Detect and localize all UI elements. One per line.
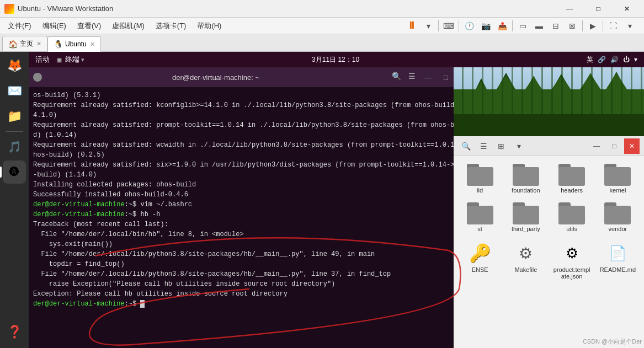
folder-icon-headers (558, 164, 585, 186)
file-label-ild: ild (477, 187, 483, 194)
term-line-0: os-build) (5.3.1) (33, 90, 471, 100)
dropdown-button[interactable]: ▾ (421, 19, 436, 33)
fm-list-view-btn[interactable]: ☰ (476, 138, 491, 154)
snapshot3-button[interactable]: 📤 (494, 19, 510, 33)
menu-help[interactable]: 帮助(H) (191, 19, 227, 33)
tab-home-close[interactable]: ✕ (36, 40, 41, 47)
dock-firefox[interactable]: 🦊 (3, 54, 26, 77)
folder-icon-foundation (513, 164, 539, 186)
file-item-st[interactable]: st (458, 199, 502, 235)
file-icon-product-template: ⚙ (560, 241, 584, 265)
terminal-menu-icon[interactable]: ☰ (405, 69, 418, 83)
activities-button[interactable]: 活动 (35, 55, 50, 65)
minimize-button[interactable]: — (557, 0, 582, 18)
fm-grid-view-btn[interactable]: ⊞ (493, 138, 509, 154)
send-keys-button[interactable]: ⌨ (441, 19, 456, 33)
term-line-14: File "/home/der/.local/lib/python3.8/sit… (33, 269, 471, 279)
term-line-3: Requirement already satisfied: wcwidth i… (33, 140, 471, 160)
fm-search-btn[interactable]: 🔍 (458, 138, 473, 154)
fullscreen-button[interactable]: ⛶ (605, 19, 621, 33)
vmware-titlebar: Ubuntu - VMware Workstation — □ ✕ (0, 0, 644, 18)
dock-music[interactable]: 🎵 (3, 135, 26, 158)
menu-edit[interactable]: 编辑(E) (37, 19, 72, 33)
file-manager: 🔍 ☰ ⊞ ▾ — □ ✕ (454, 67, 644, 348)
file-item-makefile[interactable]: ⚙ Makefile (504, 238, 547, 283)
menu-tab[interactable]: 选项卡(T) (150, 19, 192, 33)
file-item-readme[interactable]: 📄 README.md (596, 238, 640, 283)
main-area: 🦊 ✉️ 📁 🎵 🅐 ❓ 活动 ▣ 终端 ▾ 3月11日 12：10 英 🔗 🔊… (0, 52, 644, 348)
volume-icon[interactable]: 🔊 (610, 56, 619, 63)
terminal-app-label: ▣ 终端 ▾ (56, 55, 84, 65)
fm-minimize-btn[interactable]: — (589, 138, 604, 154)
view3-button[interactable]: ⊟ (548, 19, 563, 33)
svg-marker-7 (514, 77, 553, 105)
pause-button[interactable]: ⏸ (404, 19, 419, 33)
file-item-vendor[interactable]: vendor (596, 199, 640, 235)
fm-close-btn[interactable]: ✕ (624, 138, 640, 154)
dock-mail[interactable]: ✉️ (3, 79, 26, 103)
dock-help[interactable]: ❓ (3, 320, 26, 344)
toolbar-separator-5 (603, 20, 603, 31)
tab-ubuntu[interactable]: 🐧 Ubuntu ✕ (47, 36, 101, 52)
dropdown2-button[interactable]: ▾ (622, 19, 637, 33)
close-button[interactable]: ✕ (614, 0, 640, 18)
network-icon[interactable]: 🔗 (598, 56, 606, 63)
term-pin-btn[interactable] (33, 73, 42, 82)
file-label-ense: ENSE (472, 266, 488, 273)
file-icon-readme: 📄 (605, 241, 630, 265)
maximize-button[interactable]: □ (586, 0, 611, 18)
toolbar-separator-4 (582, 20, 583, 31)
snapshot-button[interactable]: 🕐 (461, 19, 477, 33)
terminal-maximize-btn[interactable]: □ (438, 69, 454, 85)
view4-button[interactable]: ⊠ (565, 19, 580, 33)
term-line-1: Requirement already satisfied: kconfigli… (33, 100, 471, 120)
dock-files[interactable]: 📁 (3, 105, 26, 128)
term-line-5: Installing collected packages: ohos-buil… (33, 180, 471, 190)
term-line-4: Requirement already satisfied: six>=1.9.… (33, 160, 471, 180)
term-line-15: raise Exception("Please call hb utilitie… (33, 279, 471, 289)
svg-marker-5 (487, 76, 525, 103)
file-label-readme: README.md (600, 266, 636, 273)
svg-marker-6 (520, 76, 547, 100)
terminal-minimize-btn[interactable]: — (421, 69, 436, 85)
fm-maximize-btn[interactable]: □ (606, 138, 622, 154)
svg-marker-13 (597, 73, 636, 103)
file-label-foundation: foundation (512, 187, 540, 194)
fm-menu-btn[interactable]: ▾ (511, 138, 526, 154)
svg-rect-14 (454, 114, 644, 136)
lang-indicator[interactable]: 英 (587, 55, 593, 65)
tab-ubuntu-close[interactable]: ✕ (90, 41, 95, 48)
file-item-headers[interactable]: headers (550, 160, 594, 197)
ubuntu-icon: 🐧 (54, 40, 63, 49)
file-item-foundation[interactable]: foundation (504, 160, 547, 197)
term-line-12: File "/home/der/.local/lib/python3.8/sit… (33, 249, 471, 259)
view2-button[interactable]: ▬ (531, 19, 547, 33)
file-item-product-template[interactable]: ⚙ product.template.json (550, 238, 594, 283)
dock-appcenter[interactable]: 🅐 (3, 160, 26, 184)
terminal-button[interactable]: ▶ (585, 19, 600, 33)
topbar-dropdown[interactable]: ▾ (634, 56, 637, 63)
menu-view[interactable]: 查看(V) (72, 19, 107, 33)
svg-marker-4 (492, 73, 520, 98)
fm-toolbar: 🔍 ☰ ⊞ ▾ — □ ✕ (454, 136, 644, 156)
file-item-ild[interactable]: ild (458, 160, 502, 197)
file-item-kernel[interactable]: kernel (596, 160, 640, 197)
view1-button[interactable]: ▭ (515, 19, 530, 33)
term-line-10: File "/home/der/.local/bin/hb", line 8, … (33, 229, 471, 239)
power-icon[interactable]: ⏻ (623, 56, 630, 63)
tab-home[interactable]: 🏠 主页 ✕ (2, 36, 47, 51)
csdn-watermark: CSDN @小向是个Der (583, 338, 642, 346)
terminal-search-icon[interactable]: 🔍 (390, 69, 403, 83)
file-item-ense[interactable]: 🔑 ENSE (458, 238, 502, 283)
file-label-kernel: kernel (609, 187, 626, 194)
topbar-center: 3月11日 12：10 (84, 55, 587, 65)
file-item-third-party[interactable]: third_party (504, 199, 547, 235)
terminal-body[interactable]: os-build) (5.3.1) Requirement already sa… (29, 87, 476, 348)
menu-vm[interactable]: 虚拟机(M) (107, 19, 150, 33)
ubuntu-topbar: 活动 ▣ 终端 ▾ 3月11日 12：10 英 🔗 🔊 ⏻ ▾ (29, 52, 644, 67)
menu-file[interactable]: 文件(F) (2, 19, 37, 33)
file-item-utils[interactable]: utils (550, 199, 594, 235)
terminal-title: der@der-virtual-machine: ~ (45, 73, 386, 82)
snapshot2-button[interactable]: 📷 (478, 19, 493, 33)
toolbar-separator-3 (512, 20, 513, 31)
